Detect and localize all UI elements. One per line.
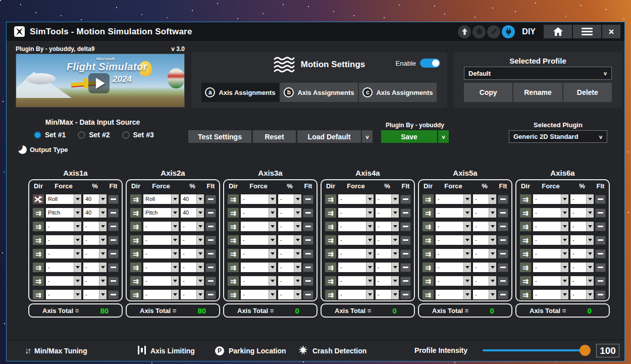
dropdown-arrow-icon[interactable] — [171, 290, 179, 299]
filter-button[interactable] — [498, 249, 508, 258]
percent-select[interactable]: - — [472, 221, 497, 232]
profile-dropdown[interactable]: Default v — [464, 67, 612, 80]
dropdown-arrow-icon[interactable] — [561, 235, 568, 245]
force-select[interactable]: - — [338, 235, 374, 245]
filter-button[interactable] — [108, 290, 119, 299]
filter-button[interactable] — [595, 263, 606, 272]
dropdown-arrow-icon[interactable] — [99, 208, 107, 218]
filter-button[interactable] — [498, 222, 508, 231]
direction-arrows-icon[interactable]: ⇉ — [519, 194, 532, 204]
force-select[interactable]: - — [143, 262, 179, 273]
force-select[interactable]: - — [45, 235, 82, 245]
dropdown-arrow-icon[interactable] — [586, 194, 594, 204]
dropdown-arrow-icon[interactable] — [171, 235, 179, 245]
force-select[interactable]: - — [435, 276, 471, 286]
dropdown-arrow-icon[interactable] — [366, 194, 374, 204]
percent-select[interactable]: - — [180, 276, 204, 286]
home-button[interactable] — [544, 25, 572, 38]
percent-select[interactable]: - — [83, 235, 107, 245]
direction-arrows-icon[interactable]: ⇉ — [227, 194, 239, 204]
radio-set-2[interactable]: Set #2 — [78, 131, 110, 139]
dropdown-arrow-icon[interactable] — [366, 208, 374, 218]
force-select[interactable]: Roll — [143, 194, 179, 204]
force-select[interactable]: - — [240, 248, 277, 259]
footer-item-crash-detection[interactable]: Crash Detection — [298, 340, 366, 361]
percent-select[interactable]: - — [375, 235, 399, 245]
percent-select[interactable]: - — [375, 248, 399, 259]
force-select[interactable]: - — [338, 207, 374, 218]
dropdown-arrow-icon[interactable] — [171, 208, 179, 218]
force-select[interactable]: - — [338, 276, 374, 286]
dropdown-arrow-icon[interactable] — [99, 235, 107, 245]
dropdown-arrow-icon[interactable] — [99, 194, 107, 204]
close-button[interactable]: × — [602, 25, 620, 38]
percent-select[interactable]: - — [570, 207, 594, 218]
power-plug-icon[interactable] — [502, 25, 515, 38]
rename-button[interactable]: Rename — [513, 83, 562, 102]
filter-button[interactable] — [400, 236, 411, 245]
percent-select[interactable]: - — [278, 221, 302, 232]
crash-burst-icon[interactable] — [472, 25, 486, 38]
direction-arrows-icon[interactable]: ⇉ — [519, 207, 532, 218]
dropdown-arrow-icon[interactable] — [561, 290, 568, 299]
dropdown-arrow-icon[interactable] — [391, 235, 399, 245]
percent-select[interactable]: - — [375, 194, 399, 204]
force-select[interactable]: - — [533, 262, 569, 273]
game-banner[interactable]: Microsoft Flight Simulator 2024 — [16, 54, 185, 108]
percent-select[interactable]: - — [180, 235, 204, 245]
direction-arrows-icon[interactable]: ⇉ — [422, 235, 434, 245]
dropdown-arrow-icon[interactable] — [269, 222, 276, 231]
dropdown-arrow-icon[interactable] — [196, 249, 204, 258]
dropdown-arrow-icon[interactable] — [269, 290, 276, 299]
save-button[interactable]: Save — [381, 130, 437, 143]
direction-arrows-icon[interactable]: ⇉ — [422, 262, 434, 273]
force-select[interactable]: - — [533, 248, 569, 259]
dropdown-arrow-icon[interactable] — [561, 222, 568, 231]
percent-select[interactable]: - — [180, 248, 204, 259]
menu-button[interactable] — [573, 25, 601, 38]
dropdown-arrow-icon[interactable] — [294, 249, 301, 258]
footer-item-parking-location[interactable]: PParking Location — [215, 340, 286, 361]
dropdown-arrow-icon[interactable] — [463, 208, 471, 218]
filter-button[interactable] — [595, 222, 606, 231]
radio-set-3[interactable]: Set #3 — [122, 131, 154, 139]
percent-select[interactable]: - — [570, 248, 594, 259]
percent-select[interactable]: - — [472, 207, 497, 218]
direction-arrows-icon[interactable]: ⇉ — [32, 262, 44, 273]
dropdown-arrow-icon[interactable] — [561, 249, 568, 258]
percent-select[interactable]: - — [83, 248, 107, 259]
force-select[interactable]: - — [240, 276, 277, 286]
direction-crossed-arrows-icon[interactable] — [32, 194, 44, 204]
filter-button[interactable] — [108, 263, 119, 272]
dropdown-arrow-icon[interactable] — [586, 208, 594, 218]
dropdown-arrow-icon[interactable] — [391, 222, 399, 231]
tab-axis-assignments-b[interactable]: bAxis Assignments — [280, 83, 358, 102]
dropdown-arrow-icon[interactable] — [171, 249, 179, 258]
direction-arrows-icon[interactable]: ⇉ — [32, 221, 44, 232]
direction-arrows-icon[interactable]: ⇉ — [130, 276, 142, 286]
filter-button[interactable] — [400, 222, 411, 231]
filter-button[interactable] — [303, 263, 313, 272]
direction-arrows-icon[interactable]: ⇉ — [325, 248, 337, 259]
filter-button[interactable] — [400, 209, 411, 218]
filter-button[interactable] — [595, 290, 606, 299]
percent-select[interactable]: 40 — [83, 207, 107, 218]
filter-button[interactable] — [108, 236, 119, 245]
dropdown-arrow-icon[interactable] — [74, 276, 81, 286]
force-select[interactable]: - — [338, 289, 374, 300]
dropdown-arrow-icon[interactable] — [561, 276, 568, 286]
dropdown-arrow-icon[interactable] — [366, 276, 374, 286]
percent-select[interactable]: - — [472, 276, 497, 286]
direction-arrows-icon[interactable]: ⇉ — [130, 221, 142, 232]
dropdown-arrow-icon[interactable] — [294, 290, 301, 299]
filter-button[interactable] — [400, 277, 411, 286]
dropdown-arrow-icon[interactable] — [366, 263, 374, 272]
percent-select[interactable]: - — [180, 262, 204, 273]
percent-select[interactable]: - — [570, 221, 594, 232]
force-select[interactable]: - — [338, 248, 374, 259]
radio-set-1[interactable]: Set #1 — [34, 131, 66, 139]
dropdown-arrow-icon[interactable] — [99, 276, 107, 286]
dropdown-arrow-icon[interactable] — [74, 249, 81, 258]
percent-select[interactable]: - — [375, 289, 399, 300]
direction-arrows-icon[interactable]: ⇉ — [519, 235, 532, 245]
